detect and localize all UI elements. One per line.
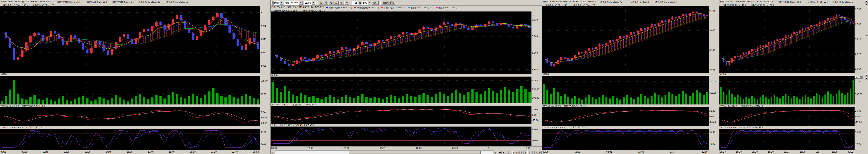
mode-W-button[interactable]: W: [538, 151, 542, 154]
scale-tick-label: 8,880: [532, 69, 538, 71]
chart-panel-5min: 日経225mini 11/09( 5分, 2011/09/01 - 2011/0…: [0, 0, 271, 154]
legend-color-chip: [626, 2, 628, 2]
time-axis: 08/3012:0008/3112:00Sep12:00: [542, 150, 719, 154]
collapse-left-icon[interactable]: ◀: [865, 34, 868, 36]
mode-D-button[interactable]: D: [520, 151, 524, 154]
price-plot[interactable]: [0, 6, 260, 73]
time-axis-label: 16:30: [800, 151, 806, 153]
yearly-button[interactable]: 年: [339, 1, 344, 5]
mode-E-button[interactable]: E: [527, 151, 531, 154]
section-scroll-up-icon[interactable]: ▲: [865, 77, 868, 79]
history-timeseries-button[interactable]: 履歴時系列: [382, 1, 395, 5]
volume-plot[interactable]: [542, 76, 709, 104]
time-axis-label: 16:30: [768, 151, 774, 153]
minute-button[interactable]: 分: [344, 1, 349, 5]
time-axis-label: 09/01: [0, 151, 6, 153]
legend-row-2: 移動平均($C Close, 40 )移動平均($C Close, 20 ): [543, 3, 719, 6]
legend-color-chip: [720, 5, 722, 5]
section-scroll-down-icon[interactable]: ▼: [865, 74, 868, 77]
legend-item: 移動平均($C Close, 75 ): [598, 1, 623, 3]
scale-tick-label: 1,150.00: [855, 80, 864, 83]
zoom-out-button[interactable]: －: [509, 151, 512, 154]
stoch-strip: スロー・ストキャスティクス( 14, 3, 80, 20 ): [271, 124, 542, 127]
volume-plot[interactable]: [719, 76, 855, 104]
tick-chart-button[interactable]: 足: [319, 1, 323, 5]
interval-input[interactable]: 15: [352, 1, 359, 5]
macd-plot[interactable]: [271, 106, 532, 124]
legend-item: 移動平均($C Close, 25 ): [301, 9, 326, 11]
bars-input[interactable]: 500: [362, 1, 368, 5]
legend-item: 移動平均($C Close, 40 ): [543, 4, 568, 6]
scale-tick-label: 0.00: [532, 114, 536, 116]
weekly-button[interactable]: 週: [329, 1, 334, 5]
scale-tick-label: 0.007: [260, 111, 267, 113]
stoch-plot[interactable]: [271, 127, 532, 146]
scale-tick-label: 9,100: [855, 23, 861, 25]
time-axis-label: 22:40: [232, 151, 238, 153]
legend-item: 移動平均($C Close, 5 ): [830, 1, 854, 3]
toolbar-separator: [350, 1, 351, 4]
time-axis-label: 16:30: [832, 151, 837, 153]
scale-tick-label: 0.00: [855, 116, 860, 118]
scale-tick-label: 105.00: [260, 80, 268, 82]
price-plot[interactable]: [271, 11, 532, 74]
symbol-select[interactable]: 日経225mini▼: [284, 1, 303, 5]
scale-tick-label: 250.00: [532, 88, 539, 91]
scrollbar-track[interactable]: [275, 150, 493, 154]
nav-last-button[interactable]: ▶▶: [516, 151, 520, 154]
legend-item: 移動平均($C Close, 40 ): [720, 4, 746, 6]
scrollbar-left-button[interactable]: ◀: [271, 151, 274, 154]
legend-item: 移動平均($C Close, 10 ): [164, 1, 189, 3]
legend-color-chip: [543, 5, 545, 5]
scroll-down-icon[interactable]: ▼: [865, 3, 868, 5]
scale-tick-label: 95.00: [709, 131, 715, 133]
time-axis-label: 12:00: [416, 147, 422, 149]
scrollbar-right-button[interactable]: ▶: [494, 151, 497, 154]
mode-R-button[interactable]: R: [531, 151, 534, 154]
price-scale-gutter: 9,1059,0058,9058,805: [709, 6, 719, 73]
time-axis: 08/3012:0020:0008/3112:0020:00Sep12:00: [271, 146, 542, 150]
zoom-in-button[interactable]: ＋: [505, 151, 509, 154]
nav-prev-button[interactable]: ◀: [501, 151, 505, 154]
daily-button[interactable]: 日: [324, 1, 328, 5]
legend-item: 日経225mini 11/09( 60分, 2011/08/25 - 2011/…: [720, 0, 773, 3]
macd-plot[interactable]: [719, 107, 855, 126]
legend-color-chip: [748, 5, 750, 5]
time-axis-label: Sep: [816, 151, 819, 153]
price-plot[interactable]: [542, 6, 709, 73]
time-axis-label: 12:00: [575, 151, 580, 153]
monthly-button[interactable]: 月: [334, 1, 339, 5]
scale-tick-label: -20.00: [709, 121, 716, 123]
price-plot[interactable]: [719, 6, 855, 73]
legend-color-chip: [354, 7, 356, 8]
contract-select[interactable]: 11/09▼: [304, 1, 315, 5]
scrollbar-thumb[interactable]: [349, 151, 481, 154]
volume-plot[interactable]: [0, 76, 260, 104]
time-axis-label: 20:00: [190, 151, 196, 153]
legend-color-chip: [436, 7, 438, 8]
time-axis-label: 08/30: [752, 151, 757, 153]
mode-L-button[interactable]: L: [524, 151, 527, 154]
volume-scale-gutter: 425.00250.00100.00: [531, 77, 542, 103]
mode-N-button[interactable]: N: [534, 151, 538, 154]
macd-plot[interactable]: [542, 107, 709, 126]
scale-tick-label: 8,985: [260, 65, 267, 67]
stoch-plot[interactable]: [542, 129, 709, 150]
time-axis-label: Sep: [670, 151, 674, 153]
macd-section: 25.000.00-25.00: [719, 107, 868, 126]
scale-tick-label: 8,805: [709, 69, 715, 71]
category-select[interactable]: 先物▼: [273, 1, 283, 5]
scale-tick-label: 8,830: [855, 68, 861, 71]
time-axis: 09/0109:2010:4012:0013:2014:4016:0017:40…: [0, 150, 271, 154]
nav-next-button[interactable]: ▶: [512, 151, 516, 154]
stoch-plot[interactable]: [0, 129, 260, 150]
nav-first-button[interactable]: ◀◀: [498, 151, 501, 154]
scroll-up-icon[interactable]: ▲: [865, 0, 868, 3]
toolbar-grip[interactable]: [271, 1, 273, 4]
stoch-plot[interactable]: [719, 129, 855, 150]
volume-plot[interactable]: [271, 77, 532, 103]
apply-button[interactable]: 適用: [372, 1, 379, 5]
scale-tick-label: 425.00: [532, 79, 539, 82]
time-axis-label: 08/31: [380, 147, 385, 149]
macd-plot[interactable]: [0, 107, 260, 126]
